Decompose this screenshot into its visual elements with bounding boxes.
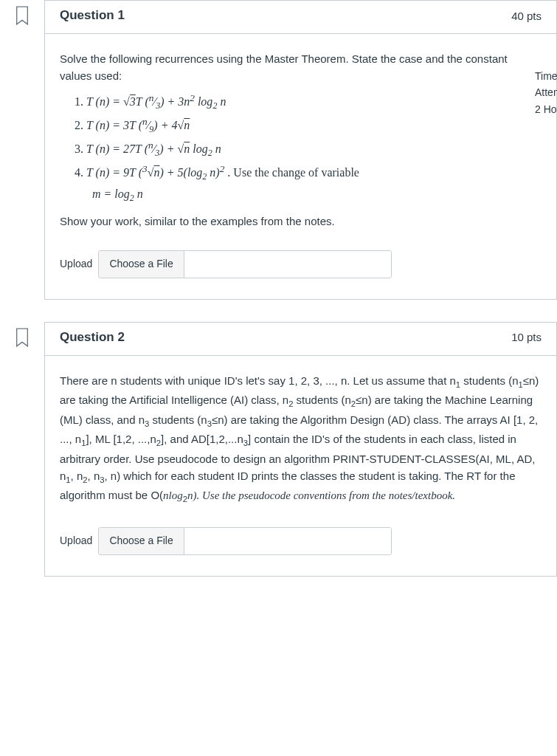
- upload-label: Upload: [60, 533, 92, 549]
- file-upload-widget: Choose a File: [98, 527, 391, 555]
- rec-4-tail: . Use the change of variable: [227, 166, 359, 179]
- sidebar-time-label: Time Elapsed:: [535, 68, 557, 84]
- bookmark-icon[interactable]: [14, 6, 30, 27]
- choose-file-button[interactable]: Choose a File: [99, 528, 184, 554]
- rec-4-num: 4.: [75, 166, 86, 179]
- rec-4-math: T (n) = 9T (3√n) + 5(log2 n)2: [86, 166, 224, 179]
- rec-2-math: T (n) = 3T (n⁄9) + 4√n: [86, 119, 190, 131]
- sidebar-remaining: 2 Hours: [535, 101, 557, 117]
- quiz-sidebar: Time Elapsed: Attempt due: 2 Hours: [535, 68, 557, 117]
- file-upload-widget: Choose a File: [98, 250, 391, 278]
- file-name-input[interactable]: [184, 528, 391, 554]
- sidebar-attempt-label: Attempt due:: [535, 84, 557, 100]
- question-intro: Solve the following recurrences using th…: [60, 50, 542, 85]
- rec-2-num: 2.: [75, 119, 86, 131]
- rec-3-math: T (n) = 27T (n⁄3) + √n log2 n: [86, 142, 221, 155]
- choose-file-button[interactable]: Choose a File: [99, 251, 184, 278]
- question-title: Question 1: [60, 8, 125, 23]
- question-points: 10 pts: [511, 331, 542, 343]
- question-title: Question 2: [60, 330, 125, 345]
- question-card-2: Question 2 10 pts There are n students w…: [44, 322, 557, 577]
- question-points: 40 pts: [511, 10, 542, 22]
- rec-3-num: 3.: [75, 142, 86, 155]
- bookmark-icon[interactable]: [14, 328, 30, 349]
- rec-1-num: 1.: [75, 95, 86, 108]
- rec-1-math: T (n) = √3T (n⁄3) + 3n2 log2 n: [86, 95, 226, 108]
- file-name-input[interactable]: [184, 251, 391, 278]
- upload-label: Upload: [60, 256, 92, 272]
- recurrence-list: 1. T (n) = √3T (n⁄3) + 3n2 log2 n 2. T (…: [60, 91, 542, 205]
- question-card-1: Question 1 40 pts Solve the following re…: [44, 0, 557, 300]
- question-outro: Show your work, similar to the examples …: [60, 213, 542, 230]
- question-2-body: There are n students with unique ID's le…: [60, 372, 542, 506]
- rec-4-sub: m = log2 n: [92, 188, 143, 200]
